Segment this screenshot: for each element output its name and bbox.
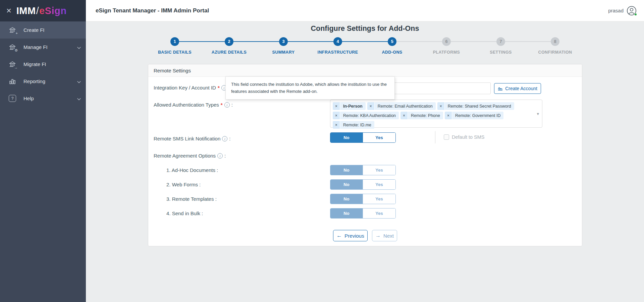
- toggle-no[interactable]: No: [330, 180, 363, 189]
- remove-chip-icon[interactable]: ×: [333, 102, 340, 110]
- web-forms-toggle[interactable]: No Yes: [330, 179, 396, 190]
- required-asterisk: *: [221, 102, 223, 108]
- chip-label: Remote: Phone: [408, 112, 443, 119]
- vertical-divider: [435, 131, 435, 143]
- step-basic-details[interactable]: 1 BASIC DETAILS: [148, 37, 202, 55]
- step-connector: [505, 41, 551, 42]
- default-to-sms-checkbox[interactable]: [444, 134, 449, 140]
- remove-chip-icon[interactable]: ×: [400, 112, 408, 119]
- sms-link-toggle[interactable]: No Yes: [330, 132, 396, 143]
- sidebar-item-migrate-fi[interactable]: → Migrate FI: [0, 56, 86, 73]
- bank-arrow-icon: →: [9, 61, 16, 68]
- dropdown-caret-icon[interactable]: ▾: [537, 111, 539, 116]
- signature-icon: [498, 86, 503, 91]
- sidebar-item-label: Reporting: [23, 78, 45, 84]
- chip-label: In-Person: [340, 102, 366, 110]
- remove-chip-icon[interactable]: ×: [437, 102, 445, 110]
- toggle-yes[interactable]: Yes: [363, 208, 395, 218]
- auth-types-multiselect[interactable]: × In-Person × Remote: Email Authenticati…: [330, 100, 542, 128]
- next-button[interactable]: → Next: [372, 230, 397, 241]
- label-text: Integration Key / Account ID: [154, 85, 216, 90]
- sidebar-item-reporting[interactable]: Reporting: [0, 73, 86, 90]
- auth-chip-phone: × Remote: Phone: [400, 112, 443, 119]
- step-connector: [179, 41, 225, 42]
- toggle-no[interactable]: No: [330, 194, 363, 204]
- step-label: ADD-ONS: [365, 50, 419, 55]
- step-connector: [342, 41, 388, 42]
- sidebar: ✕ IMM/eSign + Create FI ⚙ Manage FI: [0, 0, 86, 302]
- user-menu[interactable]: prasad: [608, 6, 637, 16]
- chip-label: Remote: KBA Authentication: [340, 112, 399, 119]
- top-header: eSign Tenant Manager - IMM Admin Portal …: [86, 0, 644, 21]
- step-azure-details[interactable]: 2 AZURE DETAILS: [202, 37, 256, 55]
- toggle-no[interactable]: No: [330, 165, 363, 175]
- step-connector: [451, 41, 496, 42]
- sidebar-close-icon[interactable]: ✕: [6, 7, 12, 14]
- user-avatar-icon[interactable]: [627, 6, 637, 16]
- step-connector: [233, 41, 279, 42]
- step-add-ons[interactable]: 5 ADD-ONS: [365, 37, 419, 55]
- label-colon: :: [229, 136, 230, 141]
- arrow-modifier-icon: →: [14, 66, 18, 69]
- create-account-button[interactable]: Create Account: [494, 83, 541, 94]
- step-label: CONFIRMATION: [528, 50, 582, 55]
- create-account-label: Create Account: [505, 86, 537, 91]
- sidebar-item-label: Manage FI: [23, 44, 48, 50]
- info-icon[interactable]: i: [217, 153, 223, 159]
- agreement-options-label: Remote Agreement Options i :: [154, 153, 226, 159]
- next-label: Next: [383, 233, 394, 239]
- label-text: Allowed Authentication Types: [154, 102, 219, 108]
- remote-templates-toggle[interactable]: No Yes: [330, 194, 396, 204]
- step-label: SUMMARY: [256, 50, 311, 55]
- adhoc-documents-label: 1. Ad-Hoc Documents :: [166, 167, 218, 173]
- sidebar-item-label: Create FI: [23, 27, 45, 33]
- info-icon[interactable]: i: [222, 136, 227, 141]
- imm-esign-logo: IMM/eSign: [16, 5, 67, 16]
- auth-chip-government-id: × Remote: Government ID: [445, 112, 503, 119]
- logo-esign: eSign: [39, 5, 66, 16]
- step-label: BASIC DETAILS: [148, 50, 202, 55]
- remove-chip-icon[interactable]: ×: [333, 121, 340, 129]
- adhoc-documents-toggle[interactable]: No Yes: [330, 165, 396, 175]
- sidebar-item-manage-fi[interactable]: ⚙ Manage FI: [0, 39, 86, 56]
- logo-bar: ✕ IMM/eSign: [0, 0, 86, 21]
- label-text: Remote SMS Link Notification: [154, 136, 220, 141]
- remove-chip-icon[interactable]: ×: [445, 112, 452, 119]
- chip-label: Remote: Shared Secret Password: [445, 102, 514, 110]
- step-label: SETTINGS: [474, 50, 528, 55]
- toggle-no[interactable]: No: [330, 133, 363, 142]
- step-platforms: 6 PLATFORMS: [419, 37, 474, 55]
- step-infrastructure[interactable]: 4 INFRASTRUCTURE: [311, 37, 365, 55]
- previous-button[interactable]: ← Previous: [333, 230, 368, 241]
- chevron-down-icon: [77, 96, 81, 101]
- step-circle: 8: [551, 37, 559, 46]
- right-arrow-icon: →: [375, 233, 381, 238]
- remove-chip-icon[interactable]: ×: [333, 112, 340, 119]
- auth-chip-idme: × Remote: ID.me: [333, 121, 374, 129]
- chip-label: Remote: Email Authentication: [375, 102, 436, 110]
- remove-chip-icon[interactable]: ×: [367, 102, 375, 110]
- step-summary[interactable]: 3 SUMMARY: [256, 37, 311, 55]
- app-title: eSign Tenant Manager - IMM Admin Portal: [96, 7, 209, 14]
- send-in-bulk-toggle[interactable]: No Yes: [330, 208, 396, 219]
- sidebar-item-help[interactable]: ? Help: [0, 90, 86, 107]
- toggle-no[interactable]: No: [330, 208, 363, 218]
- auth-chip-email: × Remote: Email Authentication: [367, 102, 436, 110]
- question-glyph: ?: [11, 96, 14, 101]
- toggle-yes[interactable]: Yes: [363, 194, 395, 204]
- step-settings: 7 SETTINGS: [474, 37, 528, 55]
- sidebar-item-create-fi[interactable]: + Create FI: [0, 21, 86, 39]
- chip-label: Remote: Government ID: [452, 112, 503, 119]
- info-icon[interactable]: i: [224, 102, 230, 108]
- sidebar-item-label: Migrate FI: [23, 61, 46, 67]
- step-label: PLATFORMS: [419, 50, 474, 55]
- chevron-down-icon: [77, 78, 81, 84]
- bank-plus-icon: +: [9, 26, 16, 34]
- integration-key-tooltip: This field connects the institution to A…: [225, 76, 395, 100]
- toggle-yes[interactable]: Yes: [363, 165, 395, 175]
- sidebar-nav: + Create FI ⚙ Manage FI → Mi: [0, 21, 86, 107]
- toggle-yes[interactable]: Yes: [363, 133, 395, 142]
- web-forms-label: 2. Web Forms :: [166, 182, 201, 187]
- label-text: Remote Agreement Options: [154, 153, 216, 159]
- toggle-yes[interactable]: Yes: [363, 180, 395, 189]
